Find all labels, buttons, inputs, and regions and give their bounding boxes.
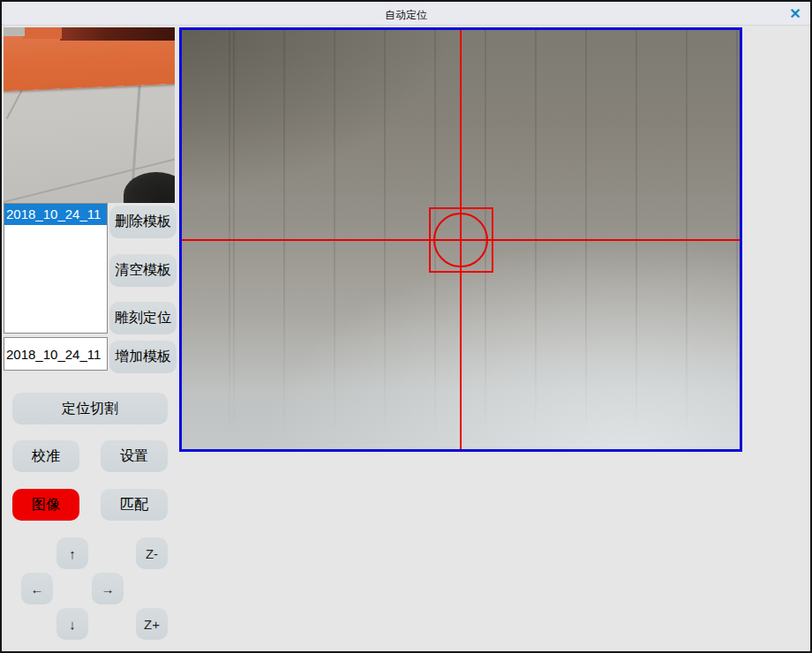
jog-z-minus-button[interactable]: Z- [136, 537, 168, 569]
auto-position-dialog: 自动定位 ✕ 2018_10_24_11 删除模板 清空模板 雕刻定位 增加模板… [0, 0, 812, 653]
position-cut-button[interactable]: 定位切割 [12, 393, 168, 424]
jog-up-button[interactable]: ↑ [56, 537, 88, 569]
jog-left-button[interactable]: ← [21, 573, 53, 604]
jog-right-button[interactable]: → [92, 573, 124, 604]
preview-orange-corner [23, 27, 62, 39]
add-template-button[interactable]: 增加模板 [109, 341, 177, 373]
delete-template-button[interactable]: 删除模板 [109, 206, 177, 238]
template-name-input[interactable] [4, 337, 108, 371]
calibrate-button[interactable]: 校准 [12, 440, 79, 472]
preview-dark-red-block [60, 27, 175, 41]
target-circle-overlay [433, 213, 488, 267]
template-list[interactable]: 2018_10_24_11 [4, 203, 108, 334]
preview-gray-corner [4, 27, 25, 36]
engrave-position-button[interactable]: 雕刻定位 [109, 302, 177, 334]
dialog-title: 自动定位 [2, 8, 810, 23]
clear-templates-button[interactable]: 清空模板 [109, 254, 177, 287]
jog-z-plus-button[interactable]: Z+ [136, 608, 168, 640]
jog-down-button[interactable]: ↓ [56, 608, 88, 640]
match-button[interactable]: 匹配 [101, 489, 168, 521]
template-preview-image [4, 27, 175, 203]
close-icon[interactable]: ✕ [786, 5, 805, 23]
titlebar: 自动定位 ✕ [2, 2, 810, 26]
camera-viewport[interactable] [179, 27, 742, 452]
tile-line [6, 87, 25, 119]
settings-button[interactable]: 设置 [101, 440, 168, 472]
template-list-item[interactable]: 2018_10_24_11 [4, 204, 107, 225]
image-button[interactable]: 图像 [12, 489, 79, 521]
